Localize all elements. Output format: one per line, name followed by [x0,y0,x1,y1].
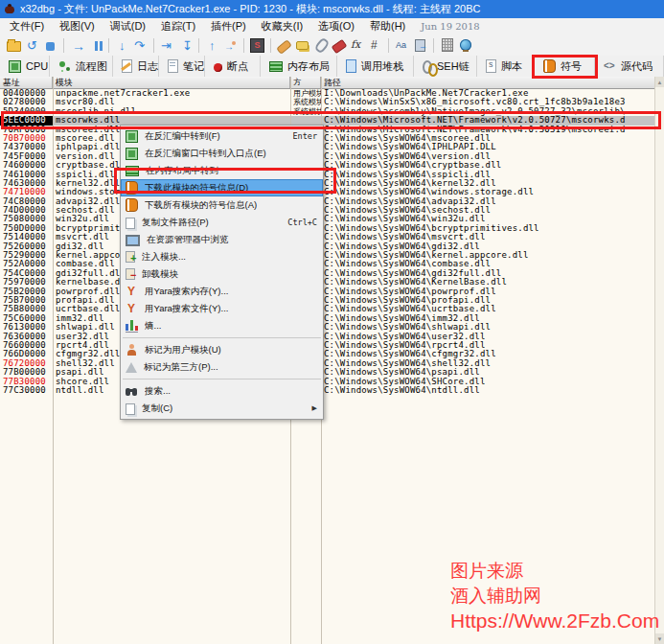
header-base[interactable]: 基址 [0,77,53,88]
table-row[interactable]: 75970000kernelbase.dllC:\Windows\SysWOW6… [0,278,655,287]
header-module[interactable]: 模块 [53,77,290,88]
toolbar-button[interactable] [311,36,330,55]
menu-item-yara-memory[interactable]: 用Yara搜索内存(Y)... [121,283,323,300]
table-row[interactable]: 750D0000bcryptprimitives.dllC:\Windows\S… [0,224,655,233]
menu-item-follow-entry-point[interactable]: 在反汇编窗口中转到入口点(E) [121,145,323,162]
table-row[interactable]: 75290000kernel.appcore.dllC:\Windows\Sys… [0,251,655,260]
table-row[interactable]: 76130000shlwapi.dllC:\Windows\SysWOW64\s… [0,323,655,332]
menu-item-mark-as-party[interactable]: 标记为第三方(P)... [121,358,323,376]
tab-log[interactable]: 日志 [113,56,159,77]
table-row[interactable]: 74600000cryptbase.dllC:\Windows\SysWOW64… [0,161,655,170]
table-row[interactable]: 766D0000cfgmgr32.dllC:\Windows\SysWOW64\… [0,350,655,358]
menubar-item[interactable]: 收藏夹(I) [254,18,310,34]
menubar-item[interactable]: 视图(V) [52,18,103,34]
toolbar-button[interactable] [275,36,293,55]
table-row[interactable]: 76600000rpcrt4.dllC:\Windows\SysWOW64\rp… [0,341,655,350]
menu-item-search[interactable]: 搜索... [121,382,323,400]
menu-item-mark-as-user-module[interactable]: 标记为用户模块(U) [121,341,323,358]
toolbar-button[interactable] [86,36,104,55]
table-row[interactable]: 75260000gdi32.dllC:\Windows\SysWOW64\gdi… [0,242,655,251]
toolbar-button[interactable] [5,36,23,55]
toolbar-button[interactable] [411,36,429,55]
scroll-down-arrow[interactable]: ▼ [655,633,664,644]
menubar-item[interactable]: 追踪(T) [153,18,203,34]
menubar-item[interactable]: 选项(O) [310,18,362,34]
header-party[interactable]: 方 [290,77,321,88]
tab-script[interactable]: 脚本 [477,56,535,77]
menubar-item[interactable]: 插件(P) [203,18,254,34]
table-row[interactable]: 75140000msvcrt.dllC:\Windows\SysWOW64\ms… [0,233,655,242]
table-row[interactable]: 754C0000gdi32full.dllC:\Windows\SysWOW64… [0,269,655,278]
table-row[interactable]: 74630000kernel32.dllC:\Windows\SysWOW64\… [0,179,655,188]
toolbar-button[interactable] [293,36,311,55]
header-path[interactable]: 路径 [321,77,655,88]
path-cell: C:\Windows\SysWOW64\mscoree.dll [321,134,655,143]
tab-memory-map[interactable]: 内存布局 [261,56,337,77]
toolbar-button[interactable] [348,36,366,55]
table-row[interactable]: 00400000unpackme.net7cracker1.exe用户模块I:\… [0,89,655,98]
tab-notes[interactable]: 笔记 [159,56,205,77]
table-row[interactable]: 74C80000advapi32.dllC:\Windows\SysWOW64\… [0,197,655,206]
toolbar-button[interactable] [330,36,348,55]
execute-till-return-icon [161,39,173,52]
menu-item-free-module[interactable]: 卸载模块 [121,265,323,283]
table-row[interactable]: 5EEC0000mscorwks.dllC:\Windows\Microsoft… [0,116,655,125]
menu-item-follow-in-memory-map[interactable]: 在内存布局中转到 [121,162,323,179]
menu-item-follow-in-disassembler[interactable]: 在反汇编中转到(F)Enter [121,127,323,145]
menubar-item[interactable]: 帮助(H) [362,18,413,34]
table-row[interactable]: 02780000msvcr80.dll系统模块C:\Windows\WinSxS… [0,98,655,106]
table-row[interactable]: 752A0000combase.dllC:\Windows\SysWOW64\c… [0,260,655,268]
toolbar-button[interactable] [393,36,411,55]
tab-breakpoints[interactable]: 断点 [205,56,261,77]
menubar-item[interactable]: 文件(F) [2,18,52,34]
toolbar-button[interactable] [131,36,149,55]
menu-item-entropy[interactable]: 熵... [121,317,323,334]
table-row[interactable]: 75B20000powrprof.dllC:\Windows\SysWOW64\… [0,288,655,296]
toolbar-button[interactable] [438,36,456,55]
toolbar-button[interactable] [68,36,86,55]
menu-item-browse-in-explorer[interactable]: 在资源管理器中浏览 [121,231,323,248]
toolbar-button[interactable] [366,36,384,55]
tab-source[interactable]: 源代码 [595,56,664,77]
table-row[interactable]: 77B00000psapi.dllC:\Windows\SysWOW64\psa… [0,368,655,377]
tab-call-stack[interactable]: 调用堆栈 [337,56,414,77]
scroll-up-arrow[interactable]: ▲ [655,77,664,87]
toolbar-button[interactable] [158,36,176,55]
toolbar-button[interactable] [203,36,221,55]
menu-item-download-symbols-all-modules[interactable]: 下载所有模块的符号信息(A) [121,196,323,214]
table-row[interactable]: 75B70000profapi.dllC:\Windows\SysWOW64\p… [0,296,655,305]
tab-symbols[interactable]: 符号 [535,56,595,77]
table-row[interactable]: 75C60000imm32.dllC:\Windows\SysWOW64\imm… [0,314,655,323]
table-row[interactable]: 745F0000version.dllC:\Windows\SysWOW64\v… [0,152,655,161]
tab-seh[interactable]: SEH链 [414,56,477,77]
table-row[interactable]: 70AF0000mscoreei.dllC:\Windows\Microsoft… [0,126,655,134]
table-row[interactable]: 75080000win32u.dllC:\Windows\SysWOW64\wi… [0,215,655,223]
table-row[interactable]: 74370000iphlpapi.dllC:\Windows\SysWOW64\… [0,143,655,151]
toolbar-button[interactable] [456,36,474,55]
table-row[interactable]: 75B80000ucrtbase.dllC:\Windows\SysWOW64\… [0,305,655,313]
toolbar-button[interactable] [23,36,41,55]
toolbar-button[interactable] [176,36,195,55]
table-row[interactable]: 74710000windows.storage.dllC:\Windows\Sy… [0,188,655,196]
toolbar-button[interactable] [41,36,59,55]
menu-item-load-module[interactable]: 注入模块... [121,248,323,265]
menu-item-copy[interactable]: 复制(C)▶ [121,400,323,417]
table-row[interactable]: 74610000sspicli.dllC:\Windows\SysWOW64\s… [0,171,655,179]
table-row[interactable]: 77B30000shcore.dllC:\Windows\SysWOW64\SH… [0,378,655,386]
path-cell: C:\Windows\SysWOW64\user32.dll [321,333,655,341]
menubar-item[interactable]: 调试(D) [103,18,153,34]
menu-item-copy-file-path[interactable]: 复制文件路径(P)Ctrl+C [121,214,323,231]
table-row[interactable]: 76720000shell32.dllC:\Windows\SysWOW64\s… [0,359,655,368]
menu-item-yara-file[interactable]: 用Yara搜索文件(Y)... [121,300,323,317]
table-row[interactable]: 77C30000ntdll.dllC:\Windows\SysWOW64\ntd… [0,386,655,395]
table-row[interactable]: 74D00000sechost.dllC:\Windows\SysWOW64\s… [0,206,655,215]
menu-item-download-symbols-this-module[interactable]: 下载此模块的符号信息(D) [121,179,323,196]
toolbar-button[interactable] [113,36,131,55]
table-row[interactable]: 76360000user32.dllC:\Windows\SysWOW64\us… [0,333,655,341]
table-row[interactable]: 70B70000mscoree.dllC:\Windows\SysWOW64\m… [0,134,655,143]
tab-cpu[interactable]: CPU [0,56,50,77]
tab-graph[interactable]: 流程图 [50,56,113,77]
toolbar-button[interactable] [248,36,266,55]
table-row[interactable]: 5D340000mscorlib.ni.dll系统模块C:\Windows\as… [0,107,655,116]
toolbar-button[interactable] [221,36,240,55]
